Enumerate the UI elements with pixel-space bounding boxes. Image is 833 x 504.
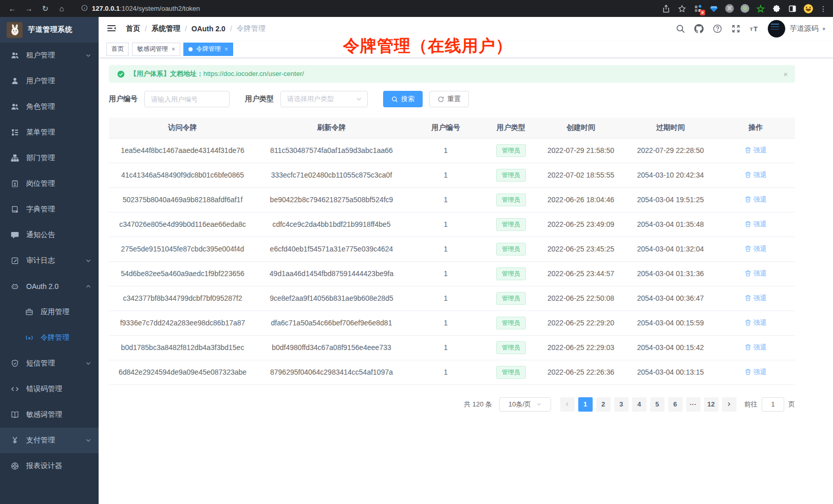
table-row: 41c41346a548490f9dc8b01c6bfe0865 333ecfc… [109, 163, 795, 187]
chevron-up-icon [85, 283, 91, 289]
jump-page-input[interactable] [762, 397, 784, 412]
sidebar-item[interactable]: 角色管理 [0, 94, 99, 120]
browser-menu-icon[interactable]: ⋮ [820, 5, 827, 13]
page-number-button[interactable]: 5 [650, 397, 665, 412]
record-extension-icon[interactable] [741, 4, 749, 13]
site-info-icon[interactable] [81, 5, 88, 13]
trash-icon [745, 344, 751, 351]
oauth-robot-icon [11, 282, 20, 291]
access-token-cell: c342377bf8b344799dcbf7bf095287f2 [109, 286, 256, 311]
sidebar-item[interactable]: 报表设计器 [0, 453, 99, 479]
force-logout-button[interactable]: 强退 [745, 244, 767, 254]
address-bar[interactable]: 127.0.0.1:1024/system/oauth2/token [76, 3, 653, 15]
split-window-icon[interactable] [788, 4, 797, 13]
chevron-down-icon [85, 52, 91, 59]
create-time-cell: 2022-06-25 23:45:25 [537, 237, 624, 261]
force-logout-button[interactable]: 强退 [745, 146, 767, 155]
sidebar-item[interactable]: 通知公告 [0, 222, 99, 248]
sidebar-item[interactable]: 岗位管理 [0, 171, 99, 197]
sidebar-item[interactable]: 短信管理 [0, 351, 99, 376]
user-menu[interactable]: 芋道源码 ▾ [768, 20, 825, 37]
table-row: 1ea5e44f8bc1467aaede43144f31de76 811c530… [109, 138, 795, 163]
breadcrumb-item[interactable]: 令牌管理 / [237, 24, 266, 33]
page-tab[interactable]: 敏感词管理 × [132, 43, 180, 56]
menu-tree-icon [11, 128, 20, 137]
green-star-extension-icon[interactable] [756, 4, 765, 13]
user-id-cell: 1 [407, 187, 485, 212]
sidebar-item[interactable]: 部门管理 [0, 145, 99, 171]
page-number-button[interactable]: 4 [632, 397, 647, 412]
page-number-button[interactable]: 1 [578, 397, 593, 412]
sidebar-item[interactable]: 用户管理 [0, 68, 99, 94]
page-number-button[interactable]: 3 [614, 397, 629, 412]
trash-icon [745, 270, 751, 277]
force-logout-button[interactable]: 强退 [745, 170, 767, 180]
sidebar-item[interactable]: a 令牌管理 [0, 325, 99, 351]
page-size-select[interactable]: 10条/页 [499, 397, 551, 412]
page-tab[interactable]: 令牌管理 × [183, 43, 233, 56]
search-icon[interactable] [675, 24, 685, 34]
sidebar-item[interactable]: 菜单管理 [0, 120, 99, 145]
reset-button[interactable]: 重置 [429, 91, 469, 107]
page-number-button[interactable]: 6 [668, 397, 683, 412]
app-logo[interactable]: 芋道管理系统 [0, 17, 99, 43]
force-logout-button[interactable]: 强退 [745, 367, 767, 377]
user-id-input[interactable] [144, 91, 230, 107]
user-type-cell: 管理员 [485, 286, 537, 311]
fullscreen-icon[interactable] [731, 24, 741, 34]
gem-extension-icon[interactable] [709, 4, 718, 13]
puzzle-extension-icon[interactable] [772, 4, 781, 13]
page-number-button[interactable]: 12 [704, 397, 718, 412]
force-logout-button[interactable]: 强退 [745, 220, 767, 229]
back-icon[interactable]: ← [6, 3, 18, 15]
user-type-select[interactable]: 请选择用户类型 [280, 91, 368, 107]
extension-grid-icon[interactable]: 9 [693, 4, 703, 13]
breadcrumb-item[interactable]: 系统管理 / [152, 24, 192, 33]
page-tab[interactable]: 首页 × [106, 43, 129, 56]
breadcrumb-item[interactable]: OAuth 2.0 / [192, 25, 237, 33]
user-type-cell: 管理员 [485, 360, 537, 384]
search-button[interactable]: 搜索 [383, 91, 423, 107]
share-icon[interactable] [661, 4, 671, 13]
forward-icon[interactable]: → [23, 3, 35, 15]
tab-close-icon[interactable]: × [172, 46, 175, 52]
sidebar-item-label: 令牌管理 [41, 333, 69, 342]
sidebar-item[interactable]: 审计日志 [0, 248, 99, 274]
force-logout-button[interactable]: 强退 [745, 294, 767, 303]
sidebar-item[interactable]: 租户管理 [0, 43, 99, 68]
sidebar-fold-icon[interactable] [106, 24, 118, 34]
page-number-button[interactable]: ··· [686, 397, 701, 412]
trash-icon [745, 171, 751, 178]
github-icon[interactable] [694, 24, 704, 34]
tab-close-icon[interactable]: × [224, 46, 228, 52]
bookmark-star-icon[interactable] [677, 4, 687, 13]
sidebar-item[interactable]: 应用管理 [0, 299, 99, 325]
profile-avatar-icon[interactable] [804, 4, 813, 13]
command-extension-icon[interactable]: ⌘ [725, 4, 734, 13]
force-logout-button[interactable]: 强退 [745, 318, 767, 327]
chevron-icon [85, 104, 91, 110]
force-logout-button[interactable]: 强退 [745, 195, 767, 204]
refresh-token-cell: 811c530487574fa0af1a59d3abc1aa66 [256, 138, 407, 163]
breadcrumb-item[interactable]: 首页 / [126, 24, 152, 33]
user-type-badge: 管理员 [496, 341, 526, 354]
help-icon[interactable] [712, 24, 722, 34]
chevron-icon [85, 181, 91, 187]
font-size-icon[interactable]: TT [749, 24, 759, 34]
doc-link[interactable]: https://doc.iocoder.cn/user-center/ [203, 70, 304, 77]
sidebar-item[interactable]: 支付管理 [0, 428, 99, 453]
access-token-cell: c347026e805e4d99b0d116eae66eda8c [109, 212, 256, 237]
alert-close-icon[interactable]: × [783, 70, 788, 79]
next-page-button[interactable] [722, 397, 736, 412]
reload-icon[interactable]: ↻ [39, 3, 51, 15]
token-signal-icon: a [25, 334, 34, 342]
sidebar-item[interactable]: OAuth 2.0 [0, 274, 99, 299]
force-logout-button[interactable]: 强退 [745, 343, 767, 352]
home-icon[interactable]: ⌂ [55, 3, 68, 15]
prev-page-button[interactable] [560, 397, 575, 412]
force-logout-button[interactable]: 强退 [745, 269, 767, 278]
sidebar-item[interactable]: 字典管理 [0, 197, 99, 222]
page-number-button[interactable]: 2 [596, 397, 611, 412]
sidebar-item[interactable]: 错误码管理 [0, 376, 99, 402]
sidebar-item[interactable]: 敏感词管理 [0, 402, 99, 428]
